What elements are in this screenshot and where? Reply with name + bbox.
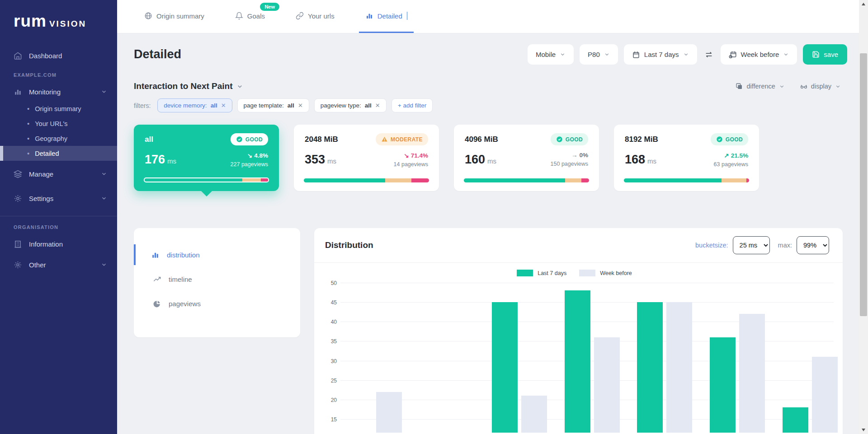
chart-bar-week-before (666, 302, 692, 433)
max-select[interactable]: 99% (797, 236, 829, 254)
chart-bar-last-7-days (492, 302, 518, 433)
sidebar-item-information[interactable]: Information (0, 234, 117, 253)
chart-bar-week-before (594, 337, 620, 433)
y-axis-tick-label: 40 (320, 319, 337, 325)
sidebar-item-manage[interactable]: Manage (0, 164, 117, 183)
logo-text-rum: rum (14, 12, 47, 31)
view-tab-timeline[interactable]: timeline (134, 269, 300, 289)
trend-indicator: ↗21.5% (714, 152, 748, 159)
metric-card-4096mib[interactable]: 4096 MiB GOOD 160ms →0% 150 pageviews (454, 125, 599, 191)
close-icon[interactable]: ✕ (375, 102, 380, 109)
status-badge: GOOD (711, 133, 748, 145)
selected-card-pointer (201, 191, 212, 196)
line-chart-icon (153, 275, 161, 284)
legend-swatch-week-before (579, 270, 595, 276)
device-dropdown[interactable]: Mobile (528, 44, 574, 65)
bar-chart-icon (365, 12, 373, 20)
metric-card-2048mib[interactable]: 2048 MiB MODERATE 353ms ↘71.4% 14 pagevi… (294, 125, 439, 191)
chevron-down-icon (101, 171, 107, 177)
bell-icon (235, 12, 243, 20)
chevron-down-icon (101, 195, 107, 201)
sidebar-item-origin-summary[interactable]: Origin summary (0, 101, 117, 116)
scroll-up-arrow[interactable] (859, 0, 868, 8)
chevron-down-icon (604, 51, 610, 57)
globe-icon (144, 12, 152, 20)
metric-card-8192mib[interactable]: 8192 MiB GOOD 168ms ↗21.5% 63 pageviews (614, 125, 759, 191)
clone-icon (736, 83, 743, 90)
save-button[interactable]: save (803, 44, 847, 65)
swap-arrows-icon[interactable] (704, 50, 714, 60)
sidebar-item-label: Monitoring (29, 88, 61, 96)
y-axis-tick-label: 50 (320, 280, 337, 286)
layers-icon (14, 170, 22, 178)
scroll-down-arrow[interactable] (859, 426, 868, 434)
chart-bar-last-7-days (783, 407, 808, 433)
pageviews-count: 14 pageviews (394, 161, 428, 168)
check-circle-icon (556, 136, 563, 143)
check-circle-icon (236, 136, 243, 143)
filter-chip-device-memory[interactable]: device memory:all ✕ (157, 98, 232, 112)
app-logo[interactable]: rum vision (0, 0, 117, 31)
trend-flat-icon: → (571, 152, 578, 159)
sidebar-item-geography[interactable]: Geography (0, 131, 117, 146)
chevron-down-icon (101, 261, 107, 268)
tab-your-urls[interactable]: Your urls (289, 0, 341, 33)
trend-down-icon: ↘ (247, 152, 252, 159)
close-icon[interactable]: ✕ (298, 102, 303, 109)
sidebar-item-label: Settings (29, 195, 53, 202)
filter-chip-pageview-type[interactable]: pageview type:all ✕ (314, 98, 387, 112)
score-distribution-bar (464, 178, 589, 182)
view-tabs-panel: distribution timeline pageviews (134, 228, 300, 337)
sidebar-site-label: EXAMPLE.COM (0, 65, 117, 82)
new-badge: New (260, 3, 279, 11)
top-nav: Origin summary Goals New Your urls Detai… (117, 0, 859, 33)
bucketsize-select[interactable]: 25 ms (733, 236, 770, 254)
sidebar-item-your-urls[interactable]: Your URL's (0, 116, 117, 131)
filter-chip-page-template[interactable]: page template:all ✕ (237, 98, 309, 112)
chart-legend: Last 7 days Week before (314, 270, 843, 276)
pageviews-count: 227 pageviews (231, 161, 268, 168)
sidebar-item-dashboard[interactable]: Dashboard (0, 46, 117, 65)
trend-indicator: ↘71.4% (394, 152, 428, 159)
percentile-dropdown[interactable]: P80 (580, 44, 618, 65)
chevron-down-icon (236, 83, 243, 90)
pageviews-count: 63 pageviews (714, 161, 748, 168)
bar-chart-icon (151, 251, 160, 259)
sidebar-item-detailed[interactable]: Detailed (0, 146, 117, 161)
sidebar-divider (0, 216, 117, 216)
vertical-scrollbar[interactable] (859, 0, 868, 434)
scrollbar-thumb[interactable] (860, 53, 867, 316)
sidebar-item-label: Other (29, 261, 46, 269)
distribution-title: Distribution (325, 240, 373, 250)
sidebar-item-monitoring[interactable]: Monitoring (0, 82, 117, 101)
sidebar-item-settings[interactable]: Settings (0, 189, 117, 208)
display-dropdown[interactable]: display (800, 83, 841, 90)
chevron-down-icon (783, 51, 789, 57)
save-icon (812, 51, 820, 58)
close-icon[interactable]: ✕ (221, 102, 226, 109)
metric-card-all[interactable]: all GOOD 176ms ↘4.8% 227 pageviews (134, 125, 279, 191)
trend-up-icon: ↗ (724, 152, 729, 159)
tab-origin-summary[interactable]: Origin summary (138, 0, 211, 33)
view-tab-distribution[interactable]: distribution (134, 244, 300, 265)
date-range-dropdown[interactable]: Last 7 days (624, 44, 697, 65)
compare-dropdown[interactable]: Week before (721, 44, 797, 65)
score-distribution-bar (144, 177, 269, 182)
chart-bar-last-7-days (565, 290, 590, 433)
metric-selector[interactable]: Interaction to Next Paint (134, 81, 243, 91)
y-axis-tick-label: 35 (320, 338, 337, 345)
tab-goals[interactable]: Goals New (229, 0, 271, 33)
score-distribution-bar (304, 178, 429, 182)
sidebar-item-other[interactable]: Other (0, 255, 117, 274)
chevron-down-icon (101, 89, 107, 95)
view-tab-pageviews[interactable]: pageviews (134, 293, 300, 314)
difference-dropdown[interactable]: difference (736, 83, 784, 90)
tab-detailed[interactable]: Detailed (359, 0, 414, 33)
bar-chart-icon (14, 88, 22, 96)
warning-triangle-icon (381, 136, 388, 143)
sidebar-item-label: Dashboard (29, 52, 62, 60)
add-filter-button[interactable]: + add filter (392, 98, 433, 112)
chart-bar-last-7-days (710, 337, 736, 433)
status-badge: GOOD (231, 133, 268, 145)
status-badge: MODERATE (376, 133, 428, 145)
